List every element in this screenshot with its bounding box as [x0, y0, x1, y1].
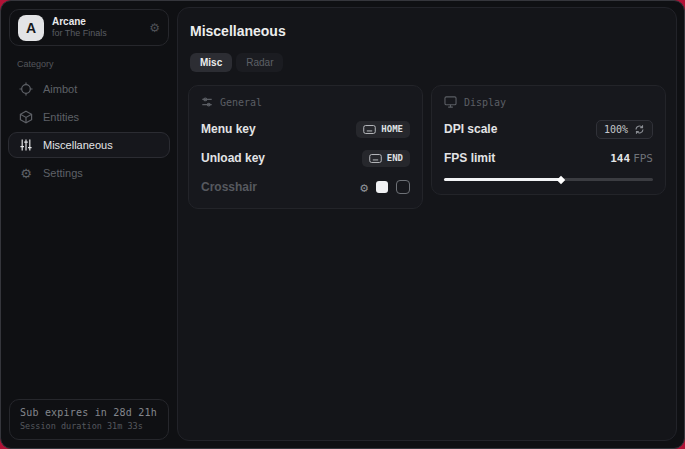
unload-key-label: Unload key [201, 151, 265, 165]
app-subtitle: for The Finals [52, 28, 141, 39]
keyboard-icon [369, 154, 382, 163]
display-card-title: Display [464, 97, 506, 108]
general-card-title: General [220, 97, 262, 108]
sliders-icon [201, 96, 213, 108]
sliders-icon [19, 138, 33, 152]
subscription-card: Sub expires in 28d 21h Session duration … [9, 399, 169, 440]
sidebar-nav: Aimbot Entities [1, 75, 177, 187]
menu-key-label: Menu key [201, 122, 256, 136]
sidebar-item-miscellaneous[interactable]: Miscellaneous [8, 132, 170, 158]
app-logo: A [18, 15, 44, 41]
menu-key-row: Menu key HOME [201, 121, 410, 137]
crosshair-icon [19, 82, 33, 96]
tab-radar[interactable]: Radar [236, 53, 283, 72]
session-duration-text: Session duration 31m 33s [20, 421, 158, 431]
fps-limit-label: FPS limit [444, 151, 495, 165]
gear-icon[interactable]: ⚙ [360, 181, 368, 194]
fps-slider-thumb[interactable] [557, 175, 565, 183]
gear-icon: ⚙ [19, 166, 33, 180]
cube-icon [19, 110, 33, 124]
crosshair-color-swatch[interactable] [376, 181, 388, 193]
general-card-header: General [201, 96, 410, 108]
fps-limit-slider[interactable] [444, 178, 653, 181]
app-logo-card: A Arcane for The Finals ⚙ [9, 9, 169, 46]
sidebar: A Arcane for The Finals ⚙ Category Aimbo… [1, 1, 177, 448]
fps-limit-row: FPS limit 144FPS [444, 150, 653, 166]
app-identity: Arcane for The Finals [52, 16, 141, 39]
fps-unit: FPS [633, 152, 653, 165]
monitor-icon [444, 96, 457, 108]
dpi-scale-row: DPI scale 100% [444, 121, 653, 137]
sidebar-item-label: Miscellaneous [43, 139, 113, 151]
tab-misc[interactable]: Misc [190, 53, 232, 72]
unload-key-row: Unload key END [201, 150, 410, 166]
sidebar-item-aimbot[interactable]: Aimbot [8, 76, 170, 102]
display-card: Display DPI scale 100% [431, 85, 666, 195]
gear-icon[interactable]: ⚙ [149, 22, 160, 34]
tab-bar: Misc Radar [190, 53, 666, 72]
sub-expires-text: Sub expires in 28d 21h [20, 407, 158, 418]
unload-key-value: END [387, 153, 403, 163]
general-card: General Menu key HOME [188, 85, 423, 209]
fps-slider-fill [444, 178, 561, 181]
sidebar-item-label: Settings [43, 167, 83, 179]
sidebar-item-label: Aimbot [43, 83, 77, 95]
dpi-scale-select[interactable]: 100% [596, 120, 653, 139]
crosshair-row: Crosshair ⚙ [201, 179, 410, 195]
sidebar-item-settings[interactable]: ⚙ Settings [8, 160, 170, 186]
crosshair-checkbox[interactable] [396, 180, 410, 194]
display-card-header: Display [444, 96, 653, 108]
app-window: A Arcane for The Finals ⚙ Category Aimbo… [0, 0, 685, 449]
main-panel: Miscellaneous Misc Radar Gene [177, 7, 677, 441]
keyboard-icon [363, 125, 376, 134]
cards-row: General Menu key HOME [188, 85, 666, 209]
app-name: Arcane [52, 16, 141, 28]
crosshair-controls: ⚙ [360, 180, 410, 194]
menu-key-value: HOME [381, 124, 403, 134]
crosshair-label: Crosshair [201, 180, 257, 194]
sidebar-item-label: Entities [43, 111, 79, 123]
refresh-icon [634, 124, 645, 135]
page-title: Miscellaneous [190, 23, 666, 39]
menu-key-bind-button[interactable]: HOME [356, 121, 410, 138]
dpi-scale-value: 100% [604, 124, 628, 135]
dpi-scale-label: DPI scale [444, 122, 497, 136]
unload-key-bind-button[interactable]: END [362, 150, 410, 167]
fps-limit-value: 144FPS [610, 152, 653, 165]
sidebar-item-entities[interactable]: Entities [8, 104, 170, 130]
fps-number: 144 [610, 152, 630, 165]
category-label: Category [17, 59, 177, 69]
